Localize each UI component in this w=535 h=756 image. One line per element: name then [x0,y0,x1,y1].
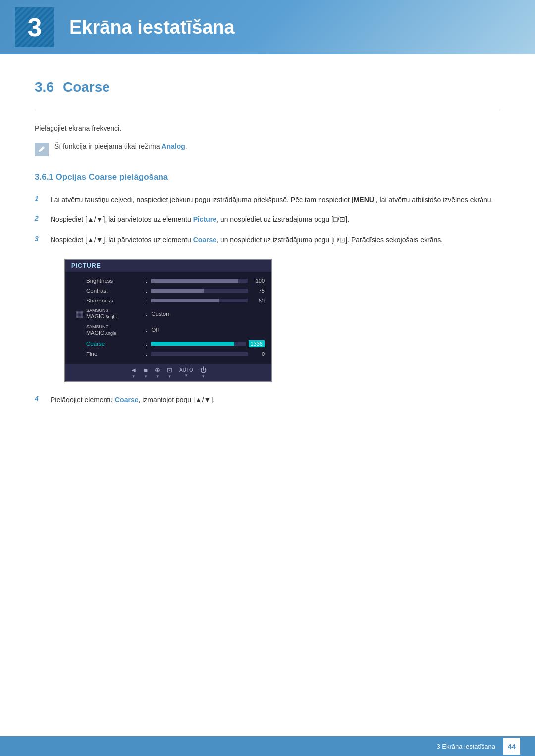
monitor-label-magic-angle: SAMSUNGMAGIC Angle [86,324,146,336]
monitor-row-magic-angle: SAMSUNGMAGIC Angle : Off [72,322,265,338]
step-number-3: 3 [35,235,43,243]
monitor-row-magic-bright: ▦ SAMSUNGMAGIC Bright : Custom [72,305,265,322]
monitor-icon-plus: ⊕ ▼ [155,366,160,379]
monitor-bar-coarse [151,342,245,346]
monitor-label-brightness: Brightness [86,278,146,284]
monitor-label-sharpness: Sharpness [86,298,146,303]
section-divider [35,110,500,110]
menu-key: MENU [354,196,374,203]
header-title: Ekrāna iestatīšana [69,17,235,38]
monitor-icon-power: ⏻ ▼ [200,366,207,379]
monitor-num-brightness: 100 [251,278,265,284]
step-number-4: 4 [35,395,43,403]
monitor-icon-enter: ⊡ ▼ [167,366,172,379]
coarse-key-4: Coarse [115,396,138,403]
section-description: Pielāgojiet ekrāna frekvenci. [35,124,500,132]
header: 3 Ekrāna iestatīšana [0,0,535,54]
note-box: Šī funkcija ir pieejama tikai režīmā Ana… [35,142,500,156]
step-text-4: Pielāgojiet elementu Coarse, izmantojot … [51,394,214,405]
step-text-2: Nospiediet [▲/▼], lai pārvietotos uz ele… [51,214,349,225]
step-number-2: 2 [35,214,43,222]
monitor-row-contrast: Contrast : 75 [72,286,265,296]
steps-list: 1 Lai atvērtu taustiņu ceļvedi, nospiedi… [35,194,500,245]
monitor-icon-square: ■ ▼ [144,366,148,379]
section-title: 3.6 Coarse [35,79,500,95]
monitor-label-coarse: Coarse [86,341,146,347]
monitor-row-brightness: Brightness : 100 [72,276,265,286]
monitor-value-magic-angle: Off [151,327,159,333]
monitor-num-coarse: 1336 [249,340,265,347]
step-item: 3 Nospiediet [▲/▼], lai pārvietotos uz e… [35,234,500,245]
monitor-screenshot: PICTURE Brightness : 100 Contrast : [64,259,272,382]
note-text-prefix: Šī funkcija ir pieejama tikai režīmā [54,142,161,150]
picture-key: Picture [193,215,216,223]
monitor-row-coarse: Coarse : 1336 [72,338,265,349]
monitor-value-magic-bright: Custom [151,311,171,317]
monitor-bar-contrast [151,289,248,293]
note-highlight: Analog [161,142,185,150]
monitor-title-bar: PICTURE [65,260,271,272]
monitor-label-contrast: Contrast [86,288,146,294]
monitor-label-magic-bright: SAMSUNGMAGIC Bright [86,307,146,320]
monitor-bar-sharpness [151,299,248,302]
step-item: 1 Lai atvērtu taustiņu ceļvedi, nospiedi… [35,194,500,205]
steps-list-4: 4 Pielāgojiet elementu Coarse, izmantojo… [35,394,500,405]
note-suffix: . [185,142,187,150]
monitor-label-fine: Fine [86,351,146,357]
monitor-num-sharpness: 60 [251,298,265,303]
monitor-icon-back: ◄ ▼ [130,366,137,379]
monitor-num-contrast: 75 [251,288,265,294]
monitor-bar-fine [151,352,248,356]
monitor-main-icon: ▦ [75,308,84,319]
step-number-1: 1 [35,195,43,202]
monitor-icon-row: ◄ ▼ ■ ▼ ⊕ ▼ ⊡ ▼ AUTO ▼ ⏻ ▼ [65,364,271,381]
footer-page-number: 44 [503,738,520,755]
chapter-number-box: 3 [15,7,54,47]
main-content: 3.6 Coarse Pielāgojiet ekrāna frekvenci.… [0,54,535,458]
note-icon [35,143,49,156]
section-number: 3.6 [35,79,54,95]
pencil-icon [38,146,46,153]
monitor-icon-auto: AUTO ▼ [179,367,193,378]
step-item-4: 4 Pielāgojiet elementu Coarse, izmantojo… [35,394,500,405]
subsection-title: 3.6.1 Opcijas Coarse pielāgošana [35,172,500,182]
section-name: Coarse [63,79,110,95]
monitor-bar-brightness [151,279,248,283]
footer: 3 Ekrāna iestatīšana 44 [0,736,535,756]
monitor-content: Brightness : 100 Contrast : 75 S [65,272,271,362]
monitor-num-fine: 0 [251,351,265,357]
monitor-row-fine: Fine : 0 [72,349,265,359]
footer-chapter-label: 3 Ekrāna iestatīšana [436,743,495,750]
monitor-row-sharpness: Sharpness : 60 [72,296,265,305]
chapter-number: 3 [28,12,42,42]
step-text-3: Nospiediet [▲/▼], lai pārvietotos uz ele… [51,234,443,245]
step-item: 2 Nospiediet [▲/▼], lai pārvietotos uz e… [35,214,500,225]
coarse-key-3: Coarse [193,236,216,244]
note-text: Šī funkcija ir pieejama tikai režīmā Ana… [54,142,187,150]
step-text-1: Lai atvērtu taustiņu ceļvedi, nospiediet… [51,194,493,205]
